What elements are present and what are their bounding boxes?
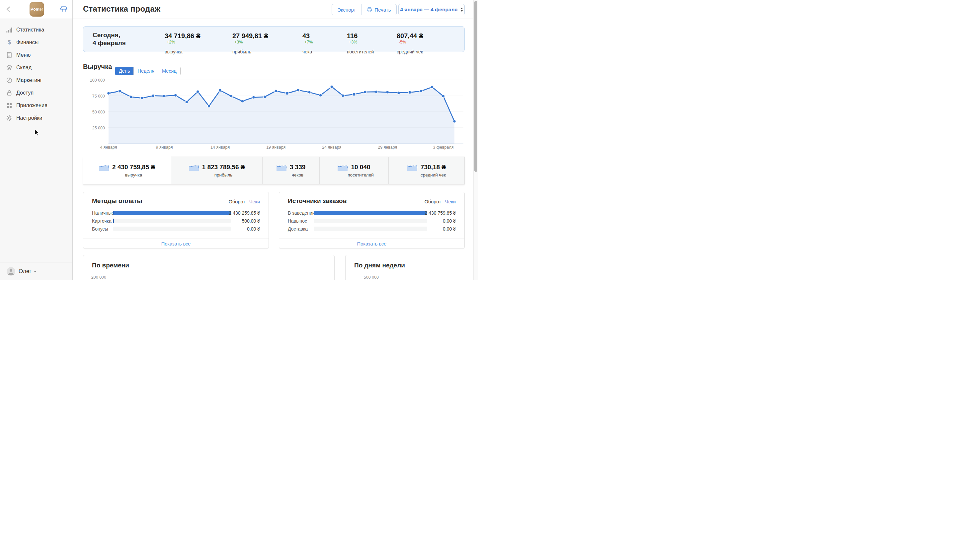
chart-point[interactable] <box>397 92 400 94</box>
chart-point[interactable] <box>375 90 378 93</box>
today-stat-receipts: 43+7% чека <box>302 32 313 55</box>
gridline <box>111 277 326 278</box>
chart-point[interactable] <box>319 94 322 97</box>
chart-point[interactable] <box>275 89 278 93</box>
toggle-turnover[interactable]: Оборот <box>229 199 245 204</box>
axis-tick-label: 500 000 <box>346 275 379 280</box>
chart-point[interactable] <box>118 90 121 93</box>
tab-week[interactable]: Неделя <box>134 67 158 75</box>
chart-point[interactable] <box>197 90 200 93</box>
tile-revenue[interactable]: 2 430 759,85 ₴ выручка <box>83 157 171 184</box>
chart-point[interactable] <box>252 96 255 99</box>
print-button[interactable]: Печать <box>361 4 396 15</box>
card-toggle: ОборотЧеки <box>229 199 260 204</box>
chart-point[interactable] <box>420 90 423 93</box>
chart-point[interactable] <box>364 91 367 94</box>
tab-month[interactable]: Месяц <box>158 67 180 75</box>
x-axis-tick-label: 29 января <box>378 145 397 150</box>
chart-point[interactable] <box>141 97 144 99</box>
chart-point[interactable] <box>107 92 110 95</box>
bar-fill <box>113 211 231 215</box>
sidebar-item-label: Доступ <box>16 90 33 96</box>
chart-point[interactable] <box>152 94 155 97</box>
stat-delta: +7% <box>304 40 313 44</box>
bar-chart-icon <box>6 27 13 33</box>
tile-profit[interactable]: 1 823 789,56 ₴ прибыль <box>171 157 262 184</box>
sparkline-icon <box>99 163 109 171</box>
sparkline-icon <box>407 163 417 171</box>
y-axis-tick-label: 100 000 <box>90 78 105 83</box>
sidebar: Poster Статистика $ Финансы <box>0 0 73 280</box>
poster-logo[interactable]: Poster <box>30 2 44 17</box>
chart-point[interactable] <box>308 91 311 94</box>
document-icon <box>6 52 13 58</box>
stat-delta: -5% <box>399 40 406 44</box>
sidebar-menu: Статистика $ Финансы Меню Склад <box>0 19 72 124</box>
revenue-chart-canvas: 25 00050 00075 000100 0004 января9 январ… <box>82 78 467 151</box>
sidebar-item-finances[interactable]: $ Финансы <box>0 36 72 49</box>
y-axis-tick-label: 75 000 <box>92 94 105 99</box>
user-name: Олег <box>19 268 31 275</box>
export-button[interactable]: Экспорт <box>332 4 361 15</box>
chart-point[interactable] <box>297 89 300 92</box>
scrollbar-thumb[interactable] <box>474 1 477 172</box>
bar-fill <box>113 219 114 223</box>
x-axis-tick-label: 4 января <box>100 145 117 150</box>
chart-point[interactable] <box>442 95 445 98</box>
sidebar-item-settings[interactable]: Настройки <box>0 112 72 124</box>
tile-receipts[interactable]: 3 339 чеков <box>262 157 319 184</box>
chart-point[interactable] <box>263 96 266 99</box>
sidebar-item-statistics[interactable]: Статистика <box>0 24 72 36</box>
show-all-link[interactable]: Показать все <box>357 241 387 246</box>
tab-day[interactable]: День <box>115 67 134 75</box>
sparkline-icon <box>189 163 199 171</box>
metric-tiles-row: 2 430 759,85 ₴ выручка 1 823 789,56 ₴ пр… <box>83 157 465 184</box>
x-axis-tick-label: 24 января <box>322 145 341 150</box>
period-tabs: День Неделя Месяц <box>115 67 181 75</box>
sidebar-item-stock[interactable]: Склад <box>0 61 72 74</box>
toggle-receipts[interactable]: Чеки <box>445 199 456 204</box>
chart-point[interactable] <box>286 92 289 95</box>
toggle-turnover[interactable]: Оборот <box>425 199 441 204</box>
toggle-receipts[interactable]: Чеки <box>249 199 260 204</box>
sidebar-item-access[interactable]: Доступ <box>0 86 72 99</box>
user-menu[interactable]: Олег <box>0 262 72 280</box>
chart-point[interactable] <box>330 85 333 88</box>
show-all-link[interactable]: Показать все <box>161 241 191 246</box>
sidebar-item-menu[interactable]: Меню <box>0 49 72 61</box>
scrollbar-track[interactable] <box>473 0 478 280</box>
chart-point[interactable] <box>129 96 132 99</box>
chart-point[interactable] <box>208 105 211 108</box>
sidebar-item-label: Настройки <box>16 115 42 121</box>
chart-point[interactable] <box>185 100 188 104</box>
by-weekday-card: По дням недели 500 000 <box>345 255 478 280</box>
sidebar-header: Poster <box>0 0 72 19</box>
sidebar-item-applications[interactable]: Приложения <box>0 99 72 112</box>
chart-point[interactable] <box>386 91 389 94</box>
chart-point[interactable] <box>341 94 344 97</box>
chart-point[interactable] <box>219 89 222 92</box>
axis-tick-label: 200 000 <box>83 275 106 280</box>
today-title: Сегодня,4 февраля <box>93 31 126 47</box>
chart-point[interactable] <box>241 100 244 103</box>
tile-visitors[interactable]: 10 040 посетителей <box>319 157 388 184</box>
chart-point[interactable] <box>174 94 177 97</box>
back-button[interactable] <box>4 5 13 14</box>
chart-point[interactable] <box>408 91 411 94</box>
chart-point[interactable] <box>230 95 233 98</box>
tile-avg-receipt[interactable]: 730,18 ₴ средний чек <box>388 157 465 184</box>
x-axis-tick-label: 14 января <box>211 145 230 150</box>
sidebar-item-marketing[interactable]: Маркетинг <box>0 74 72 86</box>
chart-point[interactable] <box>163 94 166 97</box>
date-range-select[interactable]: 4 января — 4 февраля <box>398 4 465 15</box>
chart-point[interactable] <box>453 120 456 123</box>
up-down-arrows-icon <box>461 8 463 12</box>
chart-point[interactable] <box>431 86 434 89</box>
revenue-chart[interactable]: 25 00050 00075 000100 0004 января9 январ… <box>82 78 467 151</box>
bar-row: Бонусы 0,00 ₴ <box>83 225 269 233</box>
today-summary-panel: Сегодня,4 февраля 34 719,86 ₴+2% выручка… <box>83 26 465 52</box>
layers-icon <box>6 64 13 71</box>
pos-terminal-button[interactable] <box>60 5 68 13</box>
bar-track <box>314 227 427 231</box>
chart-point[interactable] <box>352 93 355 96</box>
